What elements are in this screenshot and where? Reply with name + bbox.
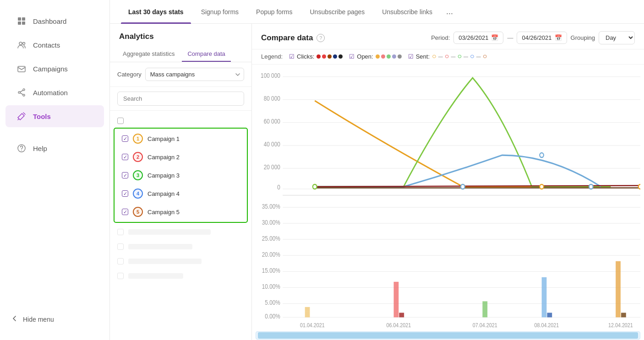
campaign-list: 1 Campaign 1 2 Campaign 2 3 Campaign 3 bbox=[110, 111, 251, 340]
campaign-checkbox-8 bbox=[117, 258, 124, 264]
svg-rect-0 bbox=[18, 17, 21, 21]
svg-text:100 000: 100 000 bbox=[261, 72, 280, 79]
search-input[interactable] bbox=[117, 92, 244, 106]
analytics-title: Analytics bbox=[110, 24, 251, 47]
chart-area: 100 000 80 000 60 000 40 000 20 000 0 35… bbox=[252, 65, 644, 340]
svg-point-9 bbox=[23, 94, 25, 96]
svg-text:10.00%: 10.00% bbox=[262, 283, 280, 290]
campaign-item-5[interactable]: 5 Campaign 5 bbox=[115, 203, 247, 221]
campaign-item-2[interactable]: 2 Campaign 2 bbox=[115, 148, 247, 166]
campaign-item-3[interactable]: 3 Campaign 3 bbox=[115, 166, 247, 184]
svg-rect-56 bbox=[547, 313, 552, 317]
campaign-item-4[interactable]: 4 Campaign 4 bbox=[115, 184, 247, 203]
tab-signup[interactable]: Signup forms bbox=[194, 0, 246, 24]
select-all-checkbox[interactable] bbox=[117, 118, 124, 124]
campaign-item-1[interactable]: 1 Campaign 1 bbox=[115, 130, 247, 148]
compare-help-icon[interactable]: ? bbox=[317, 34, 325, 42]
svg-rect-52 bbox=[394, 282, 399, 318]
campaign-checkbox-9 bbox=[117, 273, 124, 279]
category-select[interactable]: Mass campaigns bbox=[145, 68, 244, 81]
clicks-check: ☑ bbox=[289, 53, 295, 60]
calendar-icon: 📅 bbox=[491, 34, 498, 41]
legend-sent[interactable]: ☑ Sent: ○ — ○ — ○ — ○ — ○ bbox=[408, 52, 487, 60]
svg-text:20.00%: 20.00% bbox=[262, 251, 280, 258]
svg-rect-3 bbox=[22, 22, 25, 25]
campaign-item-7 bbox=[110, 239, 251, 254]
sidebar-item-tools[interactable]: Tools bbox=[5, 105, 104, 127]
hide-menu-button[interactable]: Hide menu bbox=[0, 308, 109, 331]
legend-clicks[interactable]: ☑ Clicks: bbox=[289, 53, 343, 60]
tab-stats[interactable]: Last 30 days stats bbox=[121, 0, 191, 24]
svg-point-47 bbox=[461, 184, 465, 189]
campaign-badge-1: 1 bbox=[133, 134, 143, 144]
legend-label: Legend: bbox=[261, 53, 283, 60]
campaign-checkbox-4[interactable] bbox=[122, 190, 128, 197]
calendar-icon-2: 📅 bbox=[555, 34, 562, 41]
clicks-label: Clicks: bbox=[297, 53, 314, 60]
campaign-checkbox-1[interactable] bbox=[122, 135, 128, 142]
svg-rect-50 bbox=[305, 312, 310, 318]
campaign-badge-5: 5 bbox=[133, 207, 143, 217]
sidebar-item-label: Tools bbox=[33, 113, 51, 120]
svg-text:40 000: 40 000 bbox=[264, 140, 280, 148]
campaign-checkbox-6 bbox=[117, 229, 124, 235]
tabs-more-button[interactable]: ... bbox=[442, 7, 457, 16]
campaign-name-3: Campaign 3 bbox=[147, 172, 180, 179]
open-label: Open: bbox=[357, 53, 373, 60]
date-from-input[interactable]: 03/26/2021 📅 bbox=[453, 32, 503, 44]
campaign-name-1: Campaign 1 bbox=[147, 135, 180, 142]
period-controls: Period: 03/26/2021 📅 — 04/26/2021 📅 Grou… bbox=[431, 31, 635, 44]
tab-unsubscribe-links[interactable]: Unsubscribe links bbox=[375, 0, 440, 24]
svg-text:06.04.2021: 06.04.2021 bbox=[386, 322, 411, 328]
period-label: Period: bbox=[431, 34, 450, 41]
sidebar-item-label: Dashboard bbox=[33, 17, 66, 25]
date-to-input[interactable]: 04/26/2021 📅 bbox=[517, 32, 567, 44]
sidebar-item-contacts[interactable]: Contacts bbox=[5, 34, 104, 56]
campaign-checkbox-2[interactable] bbox=[122, 154, 128, 160]
sidebar-item-dashboard[interactable]: Dashboard bbox=[5, 10, 104, 32]
date-separator: — bbox=[507, 34, 513, 41]
chart-scrollbar-thumb[interactable] bbox=[258, 332, 638, 339]
campaign-checkbox-5[interactable] bbox=[122, 209, 128, 215]
date-from-value: 03/26/2021 bbox=[458, 34, 488, 41]
svg-text:20 000: 20 000 bbox=[264, 164, 280, 171]
svg-text:60 000: 60 000 bbox=[264, 118, 280, 125]
svg-point-49 bbox=[589, 184, 593, 189]
compare-data-title: Compare data bbox=[261, 33, 313, 43]
svg-point-45 bbox=[639, 184, 640, 189]
svg-rect-2 bbox=[18, 22, 21, 25]
svg-point-46 bbox=[313, 184, 317, 189]
svg-text:08.04.2021: 08.04.2021 bbox=[534, 322, 559, 328]
svg-point-7 bbox=[23, 89, 25, 91]
open-check: ☑ bbox=[349, 53, 355, 60]
campaign-item-8 bbox=[110, 254, 251, 269]
tab-popup[interactable]: Popup forms bbox=[249, 0, 300, 24]
sent-dots: ○ — ○ — ○ — ○ — ○ bbox=[432, 52, 487, 60]
campaign-checkbox-3[interactable] bbox=[122, 172, 128, 178]
tabs-bar: Last 30 days stats Signup forms Popup fo… bbox=[110, 0, 644, 24]
panel-tabs: Aggregate statistics Compare data bbox=[110, 47, 251, 62]
tab-compare[interactable]: Compare data bbox=[182, 47, 230, 62]
chart-scrollbar[interactable] bbox=[256, 331, 640, 340]
sidebar-item-campaigns[interactable]: Campaigns bbox=[5, 58, 104, 80]
highlighted-campaigns-group: 1 Campaign 1 2 Campaign 2 3 Campaign 3 bbox=[114, 128, 248, 223]
svg-text:0: 0 bbox=[277, 183, 280, 191]
tab-unsubscribe-pages[interactable]: Unsubscribe pages bbox=[302, 0, 372, 24]
legend-open[interactable]: ☑ Open: bbox=[349, 53, 401, 60]
main-content: Last 30 days stats Signup forms Popup fo… bbox=[110, 0, 644, 340]
tab-aggregate[interactable]: Aggregate statistics bbox=[117, 47, 180, 62]
svg-text:5.00%: 5.00% bbox=[265, 299, 280, 306]
campaign-name-2: Campaign 2 bbox=[147, 154, 180, 161]
svg-point-48 bbox=[540, 153, 544, 157]
sidebar-item-automation[interactable]: Automation bbox=[5, 81, 104, 103]
grouping-select[interactable]: Day Week Month bbox=[599, 31, 635, 44]
chevron-left-icon bbox=[11, 315, 18, 324]
svg-text:80 000: 80 000 bbox=[264, 95, 280, 102]
sidebar-item-label: Campaigns bbox=[33, 65, 68, 73]
campaign-list-header bbox=[110, 113, 251, 126]
content-area: Analytics Aggregate statistics Compare d… bbox=[110, 24, 644, 340]
sidebar-item-help[interactable]: Help bbox=[5, 137, 104, 159]
search-row bbox=[110, 87, 251, 111]
campaign-checkbox-7 bbox=[117, 243, 124, 250]
share-icon bbox=[16, 87, 27, 97]
